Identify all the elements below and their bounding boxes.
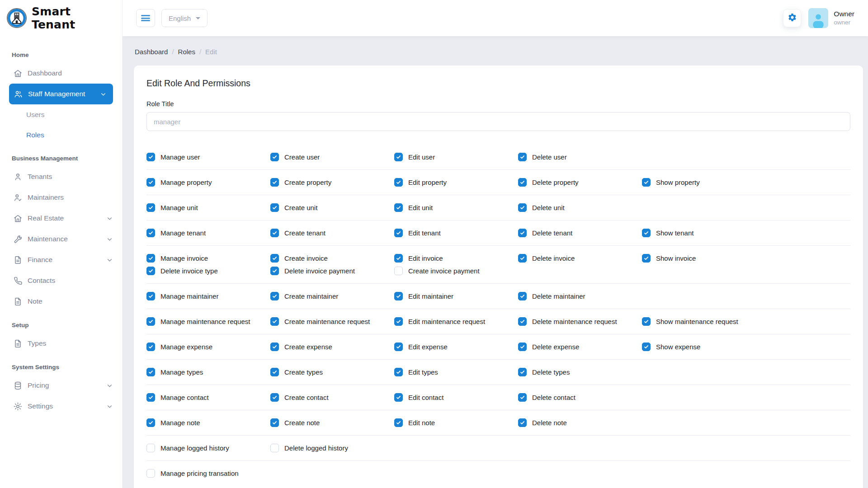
permission-delete-types[interactable]: Delete types bbox=[518, 368, 642, 376]
permission-manage-invoice[interactable]: Manage invoice bbox=[146, 254, 270, 263]
permission-create-tenant[interactable]: Create tenant bbox=[270, 229, 394, 237]
permission-delete-tenant[interactable]: Delete tenant bbox=[518, 229, 642, 237]
permission-create-unit[interactable]: Create unit bbox=[270, 203, 394, 212]
permission-manage-note[interactable]: Manage note bbox=[146, 418, 270, 427]
permission-manage-logged-history[interactable]: Manage logged history bbox=[146, 444, 270, 452]
permission-create-maintainer[interactable]: Create maintainer bbox=[270, 292, 394, 300]
permission-create-invoice-payment[interactable]: Create invoice payment bbox=[394, 267, 518, 275]
checkbox-checked-icon[interactable] bbox=[270, 393, 279, 402]
checkbox-checked-icon[interactable] bbox=[146, 178, 155, 187]
sidebar-item-maintenance[interactable]: Maintenance bbox=[0, 229, 122, 249]
checkbox-checked-icon[interactable] bbox=[394, 229, 403, 237]
sidebar-item-real-estate[interactable]: Real Estate bbox=[0, 208, 122, 229]
sidebar-item-maintainers[interactable]: Maintainers bbox=[0, 187, 122, 208]
avatar[interactable] bbox=[808, 8, 828, 28]
permission-create-invoice[interactable]: Create invoice bbox=[270, 254, 394, 263]
permission-delete-contact[interactable]: Delete contact bbox=[518, 393, 642, 402]
permission-manage-contact[interactable]: Manage contact bbox=[146, 393, 270, 402]
checkbox-checked-icon[interactable] bbox=[518, 292, 527, 300]
checkbox-checked-icon[interactable] bbox=[270, 343, 279, 351]
permission-manage-maintenance-request[interactable]: Manage maintenance request bbox=[146, 317, 270, 326]
checkbox-checked-icon[interactable] bbox=[642, 343, 651, 351]
checkbox-checked-icon[interactable] bbox=[394, 317, 403, 326]
checkbox-checked-icon[interactable] bbox=[146, 343, 155, 351]
checkbox-checked-icon[interactable] bbox=[146, 203, 155, 212]
sidebar-item-types[interactable]: Types bbox=[0, 333, 122, 354]
checkbox-checked-icon[interactable] bbox=[518, 418, 527, 427]
permission-delete-property[interactable]: Delete property bbox=[518, 178, 642, 187]
permission-show-property[interactable]: Show property bbox=[642, 178, 766, 187]
checkbox-checked-icon[interactable] bbox=[394, 203, 403, 212]
permission-manage-types[interactable]: Manage types bbox=[146, 368, 270, 376]
checkbox-checked-icon[interactable] bbox=[394, 178, 403, 187]
checkbox-checked-icon[interactable] bbox=[518, 203, 527, 212]
checkbox-checked-icon[interactable] bbox=[146, 229, 155, 237]
permission-delete-expense[interactable]: Delete expense bbox=[518, 343, 642, 351]
sidebar-item-tenants[interactable]: Tenants bbox=[0, 166, 122, 187]
checkbox-checked-icon[interactable] bbox=[394, 343, 403, 351]
checkbox-unchecked-icon[interactable] bbox=[394, 267, 403, 275]
permission-create-property[interactable]: Create property bbox=[270, 178, 394, 187]
permission-create-contact[interactable]: Create contact bbox=[270, 393, 394, 402]
permission-create-user[interactable]: Create user bbox=[270, 153, 394, 161]
checkbox-unchecked-icon[interactable] bbox=[146, 469, 155, 478]
permission-create-types[interactable]: Create types bbox=[270, 368, 394, 376]
checkbox-checked-icon[interactable] bbox=[270, 254, 279, 263]
checkbox-checked-icon[interactable] bbox=[642, 178, 651, 187]
permission-edit-types[interactable]: Edit types bbox=[394, 368, 518, 376]
sidebar-item-contacts[interactable]: Contacts bbox=[0, 270, 122, 291]
permission-delete-invoice[interactable]: Delete invoice bbox=[518, 254, 642, 263]
checkbox-checked-icon[interactable] bbox=[146, 317, 155, 326]
permission-edit-expense[interactable]: Edit expense bbox=[394, 343, 518, 351]
permission-show-invoice[interactable]: Show invoice bbox=[642, 254, 766, 263]
sidebar-item-staff-management[interactable]: Staff Management bbox=[9, 84, 113, 104]
checkbox-checked-icon[interactable] bbox=[270, 368, 279, 376]
checkbox-checked-icon[interactable] bbox=[270, 153, 279, 161]
permission-delete-logged-history[interactable]: Delete logged history bbox=[270, 444, 394, 452]
checkbox-checked-icon[interactable] bbox=[518, 343, 527, 351]
checkbox-checked-icon[interactable] bbox=[394, 292, 403, 300]
permission-edit-tenant[interactable]: Edit tenant bbox=[394, 229, 518, 237]
permission-show-tenant[interactable]: Show tenant bbox=[642, 229, 766, 237]
permission-delete-note[interactable]: Delete note bbox=[518, 418, 642, 427]
permission-manage-maintainer[interactable]: Manage maintainer bbox=[146, 292, 270, 300]
checkbox-checked-icon[interactable] bbox=[518, 153, 527, 161]
permission-delete-invoice-type[interactable]: Delete invoice type bbox=[146, 267, 270, 275]
checkbox-checked-icon[interactable] bbox=[394, 153, 403, 161]
permission-delete-unit[interactable]: Delete unit bbox=[518, 203, 642, 212]
checkbox-checked-icon[interactable] bbox=[146, 267, 155, 275]
checkbox-checked-icon[interactable] bbox=[518, 368, 527, 376]
permission-create-maintenance-request[interactable]: Create maintenance request bbox=[270, 317, 394, 326]
user-meta[interactable]: Owner owner bbox=[834, 9, 854, 27]
permission-show-maintenance-request[interactable]: Show maintenance request bbox=[642, 317, 766, 326]
permission-delete-user[interactable]: Delete user bbox=[518, 153, 642, 161]
checkbox-unchecked-icon[interactable] bbox=[270, 444, 279, 452]
permission-edit-property[interactable]: Edit property bbox=[394, 178, 518, 187]
permission-edit-maintenance-request[interactable]: Edit maintenance request bbox=[394, 317, 518, 326]
checkbox-checked-icon[interactable] bbox=[642, 229, 651, 237]
permission-edit-maintainer[interactable]: Edit maintainer bbox=[394, 292, 518, 300]
settings-button[interactable] bbox=[783, 9, 801, 27]
permission-edit-user[interactable]: Edit user bbox=[394, 153, 518, 161]
checkbox-checked-icon[interactable] bbox=[270, 317, 279, 326]
permission-edit-contact[interactable]: Edit contact bbox=[394, 393, 518, 402]
checkbox-checked-icon[interactable] bbox=[394, 254, 403, 263]
permission-delete-maintenance-request[interactable]: Delete maintenance request bbox=[518, 317, 642, 326]
role-title-input[interactable] bbox=[146, 112, 850, 131]
checkbox-checked-icon[interactable] bbox=[146, 393, 155, 402]
permission-create-expense[interactable]: Create expense bbox=[270, 343, 394, 351]
permission-manage-pricing-transation[interactable]: Manage pricing transation bbox=[146, 469, 270, 478]
checkbox-checked-icon[interactable] bbox=[146, 292, 155, 300]
checkbox-checked-icon[interactable] bbox=[146, 418, 155, 427]
sidebar-subitem-users[interactable]: Users bbox=[0, 104, 122, 125]
checkbox-checked-icon[interactable] bbox=[146, 254, 155, 263]
permission-manage-unit[interactable]: Manage unit bbox=[146, 203, 270, 212]
permission-edit-invoice[interactable]: Edit invoice bbox=[394, 254, 518, 263]
checkbox-checked-icon[interactable] bbox=[394, 393, 403, 402]
sidebar-item-note[interactable]: Note bbox=[0, 291, 122, 312]
checkbox-checked-icon[interactable] bbox=[146, 368, 155, 376]
checkbox-checked-icon[interactable] bbox=[518, 254, 527, 263]
breadcrumb-dashboard[interactable]: Dashboard bbox=[135, 48, 168, 56]
checkbox-checked-icon[interactable] bbox=[518, 317, 527, 326]
sidebar-item-dashboard[interactable]: Dashboard bbox=[0, 63, 122, 84]
